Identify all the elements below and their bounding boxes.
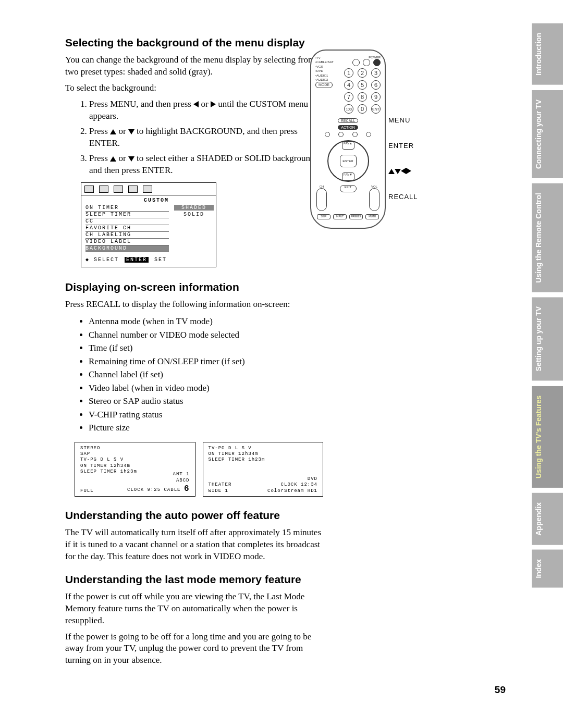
ch-rocker-icon: [316, 188, 327, 211]
arrow-up-icon: [110, 156, 116, 162]
osd-item: SLEEP TIMER: [85, 212, 169, 218]
tab-connecting: Connecting your TV: [532, 90, 563, 178]
lastmode-p1: If the power is cut off while you are vi…: [65, 591, 323, 627]
info-screen-video: TV-PG D L S V ON TIMER 12h34m SLEEP TIME…: [203, 442, 324, 497]
action-button: ACTION: [338, 125, 358, 130]
channel-number: 6: [184, 484, 190, 493]
osd-item: FAVORITE CH: [85, 225, 169, 232]
small-btn-icon: [338, 132, 344, 137]
autopower-body: The TV will automatically turn itself of…: [65, 527, 323, 563]
callout-arrows: [388, 167, 418, 175]
tab-setting-up: Setting up your TV: [532, 297, 563, 380]
arrow-left-icon: [401, 168, 406, 174]
arrow-down-icon: [128, 156, 134, 162]
arrow-down-icon: [128, 129, 134, 134]
bg-intro: You can change the background of the men…: [65, 54, 323, 78]
osd-tab-icons: [81, 183, 216, 195]
digit-100: 100: [344, 104, 353, 114]
tab-remote: Using the Remote Control: [532, 183, 563, 292]
arrow-left-icon: [193, 101, 199, 107]
small-buttons-row: [321, 132, 375, 137]
enter-button: ENTER: [340, 155, 357, 167]
osd-tab-icon: [114, 186, 123, 193]
digit-7: 7: [344, 92, 353, 102]
tab-appendix: Appendix: [532, 493, 563, 545]
osd-tab-icon: [143, 186, 152, 193]
callout-menu: MENU: [388, 116, 418, 124]
osd-option: SHADED: [174, 205, 214, 211]
info-screens: STEREO SAP TV-PG D L S V ON TIMER 12h34m…: [75, 442, 323, 497]
bg-step-2: Press or to highlight BACKGROUND, and th…: [89, 126, 323, 150]
info-screen-tv: STEREO SAP TV-PG D L S V ON TIMER 12h34m…: [75, 442, 195, 497]
osd-custom-menu: CUSTOM ON TIMER SLEEP TIMER CC FAVORITE …: [81, 182, 216, 267]
digit-2: 2: [358, 68, 367, 78]
fav-up: FAV▲: [342, 141, 354, 150]
bg-lead: To select the background:: [65, 82, 323, 94]
arrow-right-icon: [406, 168, 411, 174]
vol-rocker-icon: [369, 188, 380, 211]
info-bullet: Time (if set): [89, 341, 323, 355]
osd-option: SOLID: [174, 212, 214, 217]
info-lead: Press RECALL to display the following in…: [65, 299, 323, 311]
callout-recall: RECALL: [388, 193, 418, 201]
osd-item: ON TIMER: [85, 205, 169, 212]
digit-6: 6: [371, 80, 381, 90]
heading-info: Displaying on-screen information: [65, 281, 323, 293]
info-bullet: Antenna mode (when in TV mode): [89, 315, 323, 328]
arrow-up-icon: [388, 169, 395, 174]
tab-features: Using the TV's Features: [532, 386, 563, 488]
tab-introduction: Introduction: [532, 23, 563, 85]
osd-enter-badge: ENTER: [125, 257, 149, 263]
section-background: Selecting the background of the menu dis…: [65, 36, 323, 267]
heading-background: Selecting the background of the menu dis…: [65, 36, 323, 49]
section-auto-power-off: Understanding the auto power off feature…: [65, 509, 323, 563]
mode-button: MODE: [315, 82, 333, 88]
callout-enter: ENTER: [388, 142, 418, 150]
recall-button: RECALL: [338, 118, 358, 123]
osd-item: VIDEO LABEL: [85, 239, 169, 245]
osd-title: CUSTOM: [85, 198, 169, 203]
info-bullet: Picture size: [89, 421, 323, 435]
osd-footer: ◆ SELECT ENTER SET: [81, 253, 216, 267]
small-btn-icon: [325, 132, 330, 137]
section-onscreen-info: Displaying on-screen information Press R…: [65, 281, 323, 496]
info-bullet: Remaining time of ON/SLEEP timer (if set…: [89, 355, 323, 368]
arrow-right-icon: [211, 101, 216, 107]
lastmode-p2: If the power is going to be off for a lo…: [65, 631, 323, 667]
power-button-icon: [373, 59, 381, 66]
info-bullet: Channel label (if set): [89, 368, 323, 381]
osd-tab-icon: [99, 186, 108, 193]
digit-8: 8: [358, 92, 367, 102]
remote-callouts: MENU ENTER RECALL: [388, 116, 418, 201]
osd-item: CH LABELING: [85, 232, 169, 239]
digit-1: 1: [344, 68, 353, 78]
digit-9: 9: [371, 92, 381, 102]
exit-button: EXIT: [340, 185, 357, 192]
bg-step-3: Press or to select either a SHADED or SO…: [89, 153, 323, 177]
side-tabs: Introduction Connecting your TV Using th…: [532, 23, 563, 588]
heading-autopower: Understanding the auto power off feature: [65, 509, 323, 522]
small-btn-icon: [352, 132, 358, 137]
digit-3: 3: [371, 68, 381, 78]
bg-steps: Press MENU, and then press or until the …: [65, 98, 323, 177]
small-btn-icon: [366, 132, 371, 137]
sleep-button-icon: [363, 59, 370, 66]
tab-index: Index: [532, 550, 563, 588]
remote-sources: •TV •CABLE/SAT •VCR •DVD •AUDIO1 •AUDIO2…: [315, 56, 334, 116]
osd-tab-icon: [128, 186, 138, 193]
nav-pad: FAV▲ ENTER FAV▼: [327, 140, 369, 182]
info-bullets: Antenna mode (when in TV mode) Channel n…: [65, 315, 323, 435]
digit-4: 4: [344, 80, 353, 90]
heading-lastmode: Understanding the last mode memory featu…: [65, 573, 323, 586]
info-bullet: Video label (when in video mode): [89, 381, 323, 395]
digit-0: 0: [358, 104, 367, 114]
info-bullet: Channel number or VIDEO mode selected: [89, 328, 323, 342]
arrow-down-icon: [395, 169, 401, 174]
bg-step-1: Press MENU, and then press or until the …: [89, 98, 323, 122]
ent-button: ENT: [371, 104, 381, 114]
light-button-icon: [352, 59, 360, 66]
osd-tab-icon: [84, 186, 94, 193]
digit-5: 5: [358, 80, 367, 90]
arrow-up-icon: [110, 129, 116, 134]
info-bullet: Stereo or SAP audio status: [89, 394, 323, 408]
